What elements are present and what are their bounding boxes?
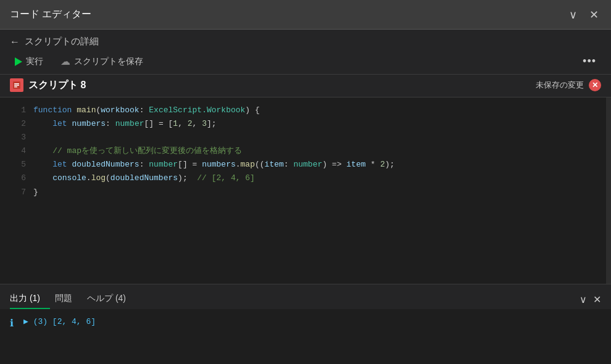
main-area: ← スクリプトの詳細 実行 ☁ スクリプトを保存 ••• [0,30,611,364]
script-title-row: スクリプト 8 未保存の変更 ✕ [0,75,611,97]
line-num-3: 3 [10,131,26,144]
code-line-7: } [31,186,606,199]
svg-rect-1 [14,83,19,85]
line-num-6: 6 [10,172,26,185]
output-close-button[interactable]: ✕ [593,294,601,305]
run-icon [15,57,22,66]
run-button[interactable]: 実行 [10,54,48,70]
output-header-controls: ∨ ✕ [580,294,601,305]
save-button[interactable]: ☁ スクリプトを保存 [56,53,148,70]
script-header: ← スクリプトの詳細 実行 ☁ スクリプトを保存 ••• [0,30,611,75]
close-button[interactable]: ✕ [587,8,601,22]
output-value: ▶ (3) [2, 4, 6] [23,316,96,326]
title-bar: コード エディター ∨ ✕ [0,0,611,30]
code-line-3 [31,131,606,144]
line-num-4: 4 [10,144,26,158]
script-name: スクリプト 8 [28,79,86,92]
output-header: 出力 (1) 問題 ヘルプ (4) ∨ ✕ [0,284,611,309]
line-num-5: 5 [10,158,26,172]
tab-help[interactable]: ヘルプ (4) [87,289,136,309]
save-label: スクリプトを保存 [74,56,143,67]
minimize-button[interactable]: ∨ [567,8,580,22]
script-title-right: 未保存の変更 ✕ [536,79,601,91]
code-line-1: function main(workbook: ExcelScript.Work… [31,104,606,117]
output-body: ℹ ▶ (3) [2, 4, 6] [0,309,611,336]
code-content[interactable]: function main(workbook: ExcelScript.Work… [31,97,606,284]
line-numbers: 1 2 3 4 5 6 7 [0,97,31,284]
code-editor: 1 2 3 4 5 6 7 function main(workbook: Ex… [0,97,611,284]
line-num-7: 7 [10,186,26,199]
unsaved-close-button[interactable]: ✕ [589,79,601,91]
code-line-5: let doubledNumbers: number[] = numbers.m… [31,158,606,172]
script-title-left: スクリプト 8 [10,78,86,92]
unsaved-label: 未保存の変更 [536,80,584,91]
title-bar-controls: ∨ ✕ [567,8,601,22]
svg-rect-2 [14,85,19,86]
run-label: 実行 [26,56,43,67]
script-icon [10,78,23,92]
info-icon: ℹ [10,317,14,329]
code-line-4: // mapを使って新しい配列に変更後の値を格納する [31,144,606,158]
title-bar-title: コード エディター [10,8,91,21]
tab-problems[interactable]: 問題 [55,289,82,309]
output-collapse-button[interactable]: ∨ [580,294,587,305]
toolbar: 実行 ☁ スクリプトを保存 ••• [10,52,601,70]
output-panel: 出力 (1) 問題 ヘルプ (4) ∨ ✕ ℹ ▶ (3) [2, 4, 6] [0,284,611,364]
back-label: スクリプトの詳細 [25,36,99,48]
back-nav[interactable]: ← スクリプトの詳細 [10,36,601,48]
svg-rect-3 [14,86,17,88]
code-line-2: let numbers: number[] = [1, 2, 3]; [31,117,606,131]
tab-output[interactable]: 出力 (1) [10,289,50,309]
scrollbar-track[interactable] [606,97,611,284]
save-icon: ☁ [60,56,70,67]
code-line-6: console.log(doubledNumbers); // [2, 4, 6… [31,172,606,185]
output-tabs: 出力 (1) 問題 ヘルプ (4) [10,289,141,309]
line-num-2: 2 [10,117,26,131]
more-options-button[interactable]: ••• [578,52,601,70]
back-arrow-icon: ← [10,36,20,48]
line-num-1: 1 [10,104,26,117]
